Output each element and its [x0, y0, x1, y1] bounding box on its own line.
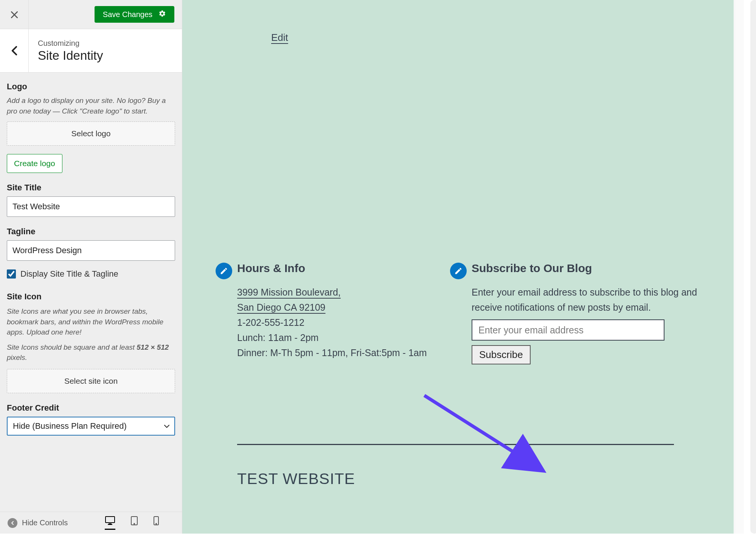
display-title-label: Display Site Title & Tagline [20, 269, 118, 279]
widget-body: Enter your email address to subscribe to… [472, 285, 699, 315]
address-link[interactable]: 3999 Mission Boulevard, San Diego CA 921… [237, 287, 341, 313]
svg-rect-1 [109, 523, 112, 524]
window-scrollbar[interactable] [744, 0, 756, 534]
footer-widget-subscribe: Subscribe to Our Blog Enter your email a… [472, 262, 699, 364]
footer-divider [237, 444, 674, 445]
site-preview: Edit Hours & Info 3999 Mission Boulevard… [182, 0, 734, 534]
preview-mobile-button[interactable] [153, 516, 159, 530]
footer-widget-hours: Hours & Info 3999 Mission Boulevard, San… [237, 262, 449, 364]
widget-body: 3999 Mission Boulevard, San Diego CA 921… [237, 285, 449, 360]
mobile-icon [153, 516, 159, 526]
svg-rect-2 [108, 524, 112, 525]
dinner-text: Dinner: M-Th 5pm - 11pm, Fri-Sat:5pm - 1… [237, 347, 427, 358]
tablet-icon [130, 516, 138, 526]
pencil-icon [454, 267, 463, 275]
panel-title: Site Identity [38, 48, 103, 63]
sidebar-topbar: Save Changes [0, 0, 182, 29]
lunch-text: Lunch: 11am - 2pm [237, 332, 318, 343]
widget-title: Subscribe to Our Blog [472, 262, 699, 275]
select-logo-button[interactable]: Select logo [7, 121, 175, 146]
edit-widget-button[interactable] [450, 263, 467, 279]
close-customizer-button[interactable] [0, 0, 29, 29]
logo-desc: Add a logo to display on your site. No l… [7, 95, 175, 116]
tagline-input[interactable] [7, 240, 175, 261]
preview-tablet-button[interactable] [130, 516, 138, 530]
hide-controls-button[interactable]: Hide Controls [8, 518, 68, 528]
logo-heading: Logo [7, 82, 175, 92]
device-bar: Hide Controls [0, 512, 182, 534]
phone-text: 1-202-555-1212 [237, 317, 304, 328]
site-icon-desc2: Site Icons should be square and at least… [7, 342, 175, 363]
footer-credit-label: Footer Credit [7, 403, 175, 413]
annotation-arrow [421, 392, 549, 479]
close-icon [10, 11, 19, 19]
panel-body: Logo Add a logo to display on your site.… [0, 73, 182, 534]
site-icon-desc1: Site Icons are what you see in browser t… [7, 306, 175, 338]
site-icon-heading: Site Icon [7, 292, 175, 302]
chevron-left-icon [11, 46, 18, 56]
site-brand-text: TEST WEBSITE [237, 470, 355, 488]
subscribe-button[interactable]: Subscribe [472, 345, 531, 364]
preview-desktop-button[interactable] [105, 516, 115, 530]
preview-scrollbar[interactable] [734, 0, 744, 534]
save-label: Save Changes [103, 10, 152, 19]
save-changes-button[interactable]: Save Changes [95, 6, 174, 23]
site-title-input[interactable] [7, 196, 175, 217]
footer-credit-select[interactable]: Hide (Business Plan Required) [7, 417, 175, 436]
customizer-sidebar: Save Changes Customizing Site Identity L… [0, 0, 182, 534]
svg-rect-0 [106, 517, 115, 523]
svg-point-4 [134, 523, 135, 524]
site-title-label: Site Title [7, 183, 175, 193]
subscribe-email-input[interactable] [472, 319, 664, 341]
svg-point-6 [156, 523, 157, 524]
edit-widget-button[interactable] [216, 263, 232, 279]
pencil-icon [220, 267, 228, 275]
display-title-checkbox[interactable] [7, 269, 16, 279]
widget-title: Hours & Info [237, 262, 449, 275]
panel-header: Customizing Site Identity [0, 29, 182, 73]
desktop-icon [105, 516, 115, 525]
select-site-icon-button[interactable]: Select site icon [7, 369, 175, 393]
gear-icon [158, 10, 166, 19]
preview-pane: Edit Hours & Info 3999 Mission Boulevard… [182, 0, 744, 534]
tagline-label: Tagline [7, 227, 175, 237]
collapse-icon [8, 518, 17, 528]
back-button[interactable] [0, 29, 29, 73]
customizing-label: Customizing [38, 39, 103, 48]
svg-line-7 [424, 395, 538, 467]
edit-page-link[interactable]: Edit [271, 32, 288, 44]
create-logo-button[interactable]: Create logo [7, 154, 62, 173]
